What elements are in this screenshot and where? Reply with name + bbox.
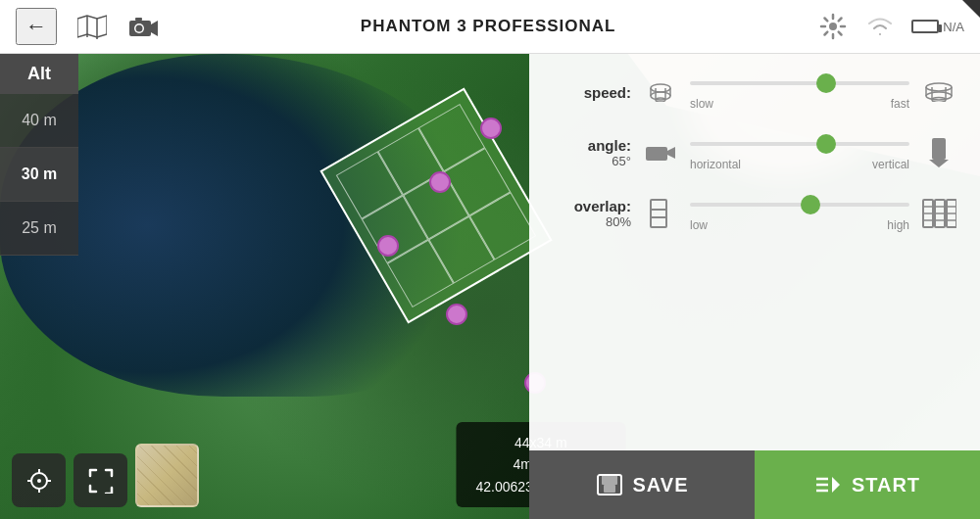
page-title: PHANTOM 3 PROFESSIONAL bbox=[178, 17, 798, 36]
back-button[interactable]: ← bbox=[16, 8, 57, 45]
svg-rect-48 bbox=[602, 475, 617, 485]
altitude-header: Alt bbox=[0, 54, 78, 94]
svg-marker-53 bbox=[832, 477, 840, 493]
svg-rect-30 bbox=[932, 138, 946, 160]
speed-slider-container: slow fast bbox=[690, 73, 909, 111]
altitude-panel: Alt 40 m 30 m 25 m bbox=[0, 54, 78, 256]
start-button[interactable]: START bbox=[755, 450, 980, 519]
altitude-value-30[interactable]: 30 m bbox=[0, 148, 78, 202]
overlap-slider-thumb[interactable] bbox=[801, 195, 820, 214]
speed-setting: speed: slow fast bbox=[553, 73, 956, 111]
speed-slider-thumb[interactable] bbox=[816, 73, 836, 93]
speed-slow-icon bbox=[643, 74, 678, 110]
waypoint[interactable] bbox=[429, 171, 451, 193]
battery-indicator: N/A bbox=[911, 20, 964, 34]
top-bar: ← PHANTOM 3 PROFESSIONAL bbox=[0, 0, 980, 54]
angle-slider-container: horizontal vertical bbox=[690, 134, 909, 171]
speed-fast-icon bbox=[921, 74, 956, 110]
angle-slider-thumb[interactable] bbox=[816, 134, 836, 154]
svg-marker-29 bbox=[667, 147, 675, 159]
overlap-slider-container: low high bbox=[690, 195, 909, 232]
svg-point-9 bbox=[37, 479, 41, 483]
map-thumbnail[interactable] bbox=[135, 444, 199, 507]
bottom-left-controls bbox=[0, 432, 211, 519]
speed-label: speed: bbox=[553, 84, 631, 101]
svg-rect-28 bbox=[646, 147, 667, 161]
altitude-value-40[interactable]: 40 m bbox=[0, 94, 78, 148]
fullscreen-button[interactable] bbox=[74, 453, 127, 507]
overlap-value: 80% bbox=[553, 214, 631, 229]
battery-icon bbox=[911, 20, 939, 33]
angle-slider[interactable] bbox=[690, 142, 909, 146]
angle-value: 65° bbox=[553, 154, 631, 168]
speed-slider[interactable] bbox=[690, 81, 909, 85]
bottom-buttons: SAVE START bbox=[529, 450, 980, 519]
start-label: START bbox=[852, 474, 920, 496]
speed-slow-label: slow bbox=[690, 97, 713, 111]
settings-icon[interactable] bbox=[817, 11, 849, 42]
waypoint[interactable] bbox=[446, 304, 467, 325]
location-button[interactable] bbox=[12, 453, 66, 507]
waypoint[interactable] bbox=[377, 235, 399, 257]
save-label: SAVE bbox=[633, 474, 689, 496]
svg-point-7 bbox=[829, 23, 837, 30]
angle-horizontal-icon bbox=[643, 135, 678, 170]
overlap-high-icon bbox=[921, 196, 956, 231]
overlap-low-icon bbox=[643, 196, 678, 231]
waypoint[interactable] bbox=[480, 118, 502, 139]
wifi-icon bbox=[864, 11, 896, 42]
svg-rect-49 bbox=[604, 485, 615, 493]
overlap-setting: overlap: 80% low high bbox=[553, 195, 956, 232]
save-button[interactable]: SAVE bbox=[529, 450, 755, 519]
svg-point-24 bbox=[926, 92, 952, 100]
svg-point-4 bbox=[136, 25, 143, 32]
settings-area: speed: slow fast bbox=[529, 54, 980, 450]
camera-icon[interactable] bbox=[127, 11, 159, 42]
corner-decoration bbox=[962, 0, 980, 18]
battery-label: N/A bbox=[943, 20, 964, 34]
angle-horizontal-label: horizontal bbox=[690, 158, 741, 171]
angle-label: angle: 65° bbox=[553, 137, 631, 168]
overlap-low-label: low bbox=[690, 218, 708, 232]
svg-point-14 bbox=[651, 84, 670, 92]
overlap-slider-labels: low high bbox=[690, 218, 909, 232]
svg-point-17 bbox=[651, 92, 670, 100]
svg-rect-32 bbox=[651, 200, 666, 227]
right-panel: speed: slow fast bbox=[529, 54, 980, 519]
svg-point-21 bbox=[926, 83, 952, 91]
svg-marker-31 bbox=[929, 160, 949, 167]
top-right-controls: N/A bbox=[817, 11, 964, 42]
svg-rect-6 bbox=[135, 18, 142, 21]
speed-slider-labels: slow fast bbox=[690, 97, 909, 111]
overlap-slider[interactable] bbox=[690, 203, 909, 207]
speed-fast-label: fast bbox=[891, 97, 909, 111]
angle-vertical-icon bbox=[921, 135, 956, 170]
overlap-label: overlap: 80% bbox=[553, 198, 631, 229]
angle-vertical-label: vertical bbox=[872, 158, 909, 171]
angle-slider-labels: horizontal vertical bbox=[690, 158, 909, 171]
svg-marker-5 bbox=[151, 21, 158, 36]
overlap-high-label: high bbox=[887, 218, 909, 232]
angle-setting: angle: 65° horizontal vertical bbox=[553, 134, 956, 171]
map-icon[interactable] bbox=[76, 11, 108, 42]
altitude-value-25[interactable]: 25 m bbox=[0, 202, 78, 256]
